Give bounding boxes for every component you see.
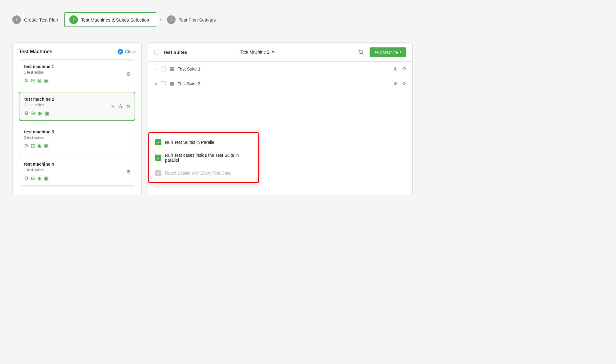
step-2-wrapper: 2 Test Machines & Suites Selection [64,12,161,27]
machine-4-suites: 1 test suites [24,168,130,172]
step-1-label: Create Test Plan [24,17,58,22]
desktop-icon-3: ▣ [44,143,49,149]
svg-point-0 [359,50,363,54]
dropdown-item-3[interactable]: ✓ Reset Session for Every Test Case [149,166,258,180]
dropdown-item-1[interactable]: ✓ Run Test Suites in Parallel [149,135,258,149]
clear-label: Clear [125,49,135,54]
drag-icon-1[interactable]: ≡ [154,66,157,72]
machine-1-icons: ⚙ ⊞ ◉ ▣ [24,78,130,83]
check-icon-2: ✓ [155,155,161,161]
machine-card-1[interactable]: test machine 1 1 test suites ⚙ ⊞ ◉ ▣ ⚙ [19,59,135,88]
selected-machine-label: Test Machine 2 [241,50,270,55]
suite-row-1: ≡ ▦ Test Suite 1 ⊕ ⚙ [148,62,412,76]
suite-3-settings-icon[interactable]: ⚙ [402,81,406,87]
step-1[interactable]: 1 Create Test Plan [12,15,58,24]
search-button[interactable] [356,47,366,57]
settings-dropdown: ✓ Run Test Suites in Parallel ✓ Run Test… [148,132,259,183]
suite-1-actions: ⊕ ⚙ [394,66,406,72]
suite-3-checkbox[interactable] [161,81,166,86]
gear-icon-2: ⚙ [24,110,29,116]
suite-row-3: ≡ ▦ Test Suite 3 ⊕ ⚙ [148,76,412,91]
right-panel: Test Suites Test Machine 2 ▼ Add Machine… [148,42,413,196]
settings-icon[interactable]: ⚙ [126,71,131,77]
suite-3-actions: ⊕ ⚙ [394,81,406,87]
gear-icon: ⚙ [24,78,28,83]
suites-header-checkbox[interactable] [154,50,159,55]
chrome-icon: ◉ [37,78,42,83]
desktop-icon-2: ▣ [44,110,49,116]
desktop-icon: ▣ [44,78,49,83]
settings-icon-4[interactable]: ⚙ [126,168,131,174]
add-machine-button[interactable]: Add Machine [370,47,406,57]
check-icon-3: ✓ [155,170,161,176]
step-2[interactable]: 2 Test Machines & Suites Selection [64,12,161,27]
windows-icon-3: ⊞ [31,143,35,149]
suites-title: Test Suites [163,50,237,55]
machine-2-icons: ⚙ ⊞ ◉ ▣ [24,110,130,116]
dropdown-item-2-label: Run Test cases inside the Test Suite in … [165,153,252,163]
add-machine-label: Add Machine [375,50,398,55]
gear-icon-4: ⚙ [24,175,28,181]
add-machine-dropdown-icon [400,51,401,53]
dropdown-item-2[interactable]: ✓ Run Test cases inside the Test Suite i… [149,149,258,166]
machine-4-icons: ⚙ ⊞ ◉ ▣ [24,175,130,181]
chrome-icon-4: ◉ [37,175,42,181]
windows-icon: ⊞ [31,78,35,83]
settings-active-icon[interactable]: ⚙ [126,103,130,109]
machine-3-suites: 3 test suites [24,135,130,140]
machine-1-suites: 1 test suites [24,70,130,75]
left-panel: Test Machines ✕ Clear test machine 1 1 t… [12,42,142,196]
step-3-label: Test Plan Settings [179,17,216,22]
gear-icon-3: ⚙ [24,143,28,149]
desktop-icon-4: ▣ [44,175,49,181]
main-content: Test Machines ✕ Clear test machine 1 1 t… [12,42,413,196]
step-2-circle: 2 [69,15,78,24]
machine-1-actions: ⚙ [126,71,131,77]
suite-1-settings-icon[interactable]: ⚙ [402,66,406,72]
machine-card-2[interactable]: test machine 2 2 test suites ⚙ ⊞ ◉ ▣ ✎ 🗑… [19,92,135,121]
svg-line-1 [362,53,363,55]
machine-4-actions: ⚙ [126,168,131,174]
suite-3-name: Test Suite 3 [178,81,390,86]
windows-icon-4: ⊞ [31,175,35,181]
suites-header: Test Suites Test Machine 2 ▼ Add Machine [148,43,412,62]
chrome-icon-2: ◉ [38,110,42,116]
suite-1-add-icon[interactable]: ⊕ [394,66,398,72]
step-2-label: Test Machines & Suites Selection [81,17,149,22]
clear-button[interactable]: ✕ Clear [118,49,135,55]
machine-2-actions: ✎ 🗑 ⚙ [111,103,130,109]
suite-3-add-icon[interactable]: ⊕ [394,81,398,87]
step-1-circle: 1 [12,15,21,24]
edit-icon[interactable]: ✎ [111,103,115,109]
machine-4-name: test machine 4 [24,162,130,167]
suite-type-icon-1: ▦ [169,66,174,72]
drag-icon-3[interactable]: ≡ [154,81,157,87]
machine-3-icons: ⚙ ⊞ ◉ ▣ [24,143,130,149]
delete-icon[interactable]: 🗑 [118,104,123,109]
suite-type-icon-3: ▦ [169,81,174,87]
check-icon-1: ✓ [155,139,161,145]
suite-1-checkbox[interactable] [161,67,166,71]
machine-3-name: test machine 3 [24,129,130,134]
suite-1-name: Test Suite 1 [178,67,390,71]
dropdown-arrow-icon: ▼ [271,50,275,54]
windows-icon-2: ⊞ [31,110,35,116]
machine-card-3[interactable]: test machine 3 3 test suites ⚙ ⊞ ◉ ▣ [19,125,135,153]
machine-card-4[interactable]: test machine 4 1 test suites ⚙ ⊞ ◉ ▣ ⚙ [19,157,135,186]
chrome-icon-3: ◉ [37,143,42,149]
machine-2-name: test machine 2 [24,97,130,102]
dropdown-item-1-label: Run Test Suites in Parallel [165,140,215,145]
dropdown-item-3-label: Reset Session for Every Test Case [165,171,232,176]
panel-header: Test Machines ✕ Clear [19,49,135,55]
clear-icon: ✕ [118,49,123,55]
step-3-circle: 3 [167,15,176,24]
machine-selector[interactable]: Test Machine 2 ▼ [241,50,275,55]
machine-1-name: test machine 1 [24,64,130,69]
step-3[interactable]: 3 Test Plan Settings [167,15,216,24]
stepper: 1 Create Test Plan 2 Test Machines & Sui… [12,9,604,30]
panel-title: Test Machines [19,49,52,55]
